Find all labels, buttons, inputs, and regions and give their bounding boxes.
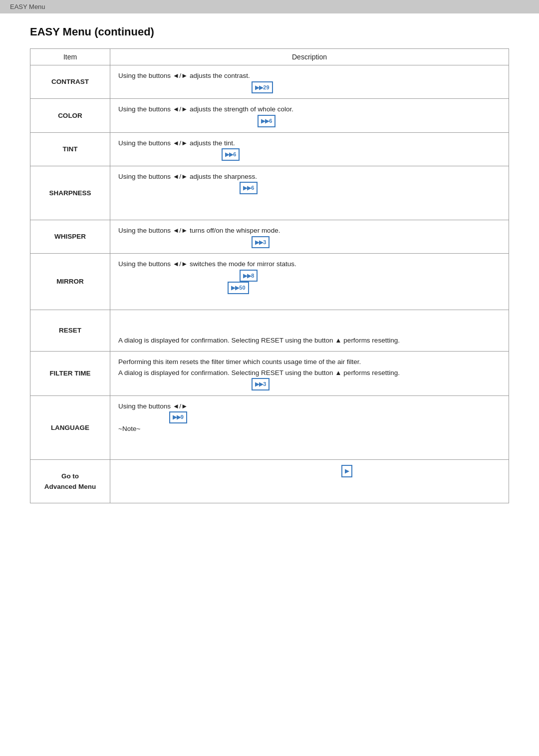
item-sharpness: SHARPNESS xyxy=(30,166,110,220)
page-ref-tint: ▶▶6 xyxy=(222,148,240,161)
desc-text: Using the buttons ◄/► switches the mode … xyxy=(118,259,501,270)
menu-table: Item Description CONTRAST Using the butt… xyxy=(30,48,509,503)
desc-sharpness: Using the buttons ◄/► adjusts the sharpn… xyxy=(110,166,509,220)
desc-mirror: Using the buttons ◄/► switches the mode … xyxy=(110,254,509,310)
item-tint: TINT xyxy=(30,132,110,166)
page-title: EASY Menu (continued) xyxy=(30,25,509,38)
jp-text-1: ▶▶6 xyxy=(118,182,501,194)
jp-text: ▶▶29 xyxy=(118,81,501,94)
col-desc-header: Description xyxy=(110,49,509,65)
desc-text: Using the buttons ◄/► adjusts the tint. xyxy=(118,138,501,149)
page-wrapper: EASY Menu EASY Menu (continued) Item Des… xyxy=(0,0,539,756)
desc-text: Using the buttons ◄/► adjusts the streng… xyxy=(118,104,501,115)
jp-text: ▶▶6 xyxy=(118,115,501,127)
jp-text xyxy=(118,434,501,455)
item-contrast: CONTRAST xyxy=(30,65,110,99)
desc-color: Using the buttons ◄/► adjusts the streng… xyxy=(110,99,509,132)
table-row: SHARPNESS Using the buttons ◄/► adjusts … xyxy=(30,166,509,220)
desc-text: Performing this item resets the filter t… xyxy=(118,357,501,378)
item-filter-time: FILTER TIME xyxy=(30,351,110,395)
jp-text: ▶▶6 xyxy=(118,148,501,161)
jp-text-1 xyxy=(118,315,501,336)
table-row: LANGUAGE Using the buttons ◄/► ▶▶9 ~Note… xyxy=(30,395,509,460)
item-reset: RESET xyxy=(30,310,110,351)
desc-filter-time: Performing this item resets the filter t… xyxy=(110,351,509,395)
item-color: COLOR xyxy=(30,99,110,132)
desc-reset: A dialog is displayed for confirmation. … xyxy=(110,310,509,351)
item-goto-advanced: Go toAdvanced Menu xyxy=(30,460,110,503)
table-row: Go toAdvanced Menu ▶ xyxy=(30,460,509,503)
desc-text: Using the buttons ◄/► adjusts the contra… xyxy=(118,70,501,81)
desc-text: A dialog is displayed for confirmation. … xyxy=(118,335,501,346)
table-row: TINT Using the buttons ◄/► adjusts the t… xyxy=(30,132,509,166)
note-text: ~Note~ xyxy=(118,423,501,434)
jp-text-1: ▶ xyxy=(118,465,501,477)
table-row: CONTRAST Using the buttons ◄/► adjusts t… xyxy=(30,65,509,99)
desc-language: Using the buttons ◄/► ▶▶9 ~Note~ xyxy=(110,395,509,460)
page-ref-contrast: ▶▶29 xyxy=(252,81,272,94)
main-content: EASY Menu (continued) Item Description C… xyxy=(0,13,539,547)
desc-whisper: Using the buttons ◄/► turns off/on the w… xyxy=(110,220,509,253)
table-row: FILTER TIME Performing this item resets … xyxy=(30,351,509,395)
jp-text-3 xyxy=(118,294,501,304)
table-header-row: Item Description xyxy=(30,49,509,65)
jp-text-1: ▶▶8 xyxy=(118,270,501,282)
jp-text-2: ▶▶50 xyxy=(118,282,501,294)
header-bar: EASY Menu xyxy=(0,0,539,13)
page-ref-color: ▶▶6 xyxy=(258,115,275,127)
jp-text: ▶▶3 xyxy=(118,236,501,249)
page-ref-mirror-2: ▶▶50 xyxy=(228,282,249,294)
play-icon-goto: ▶ xyxy=(341,465,352,477)
page-ref-language: ▶▶9 xyxy=(169,411,187,423)
page-ref-sharpness: ▶▶6 xyxy=(240,182,258,194)
play-badge-icon: ▶▶ xyxy=(255,83,263,92)
page-ref-filter: ▶▶3 xyxy=(252,378,270,390)
jp-text-2 xyxy=(118,477,501,487)
jp-text-2 xyxy=(118,194,501,215)
header-label: EASY Menu xyxy=(10,3,45,10)
col-item-header: Item xyxy=(30,49,110,65)
desc-text: Using the buttons ◄/► adjusts the sharpn… xyxy=(118,171,501,182)
item-whisper: WHISPER xyxy=(30,220,110,253)
footer-text xyxy=(30,518,509,527)
desc-text-1: Using the buttons ◄/► ▶▶9 xyxy=(118,401,501,423)
item-language: LANGUAGE xyxy=(30,395,110,460)
table-row: MIRROR Using the buttons ◄/► switches th… xyxy=(30,254,509,310)
jp-text-3 xyxy=(118,487,501,497)
table-row: RESET A dialog is displayed for confirma… xyxy=(30,310,509,351)
page-ref-whisper: ▶▶3 xyxy=(252,236,270,249)
jp-text: ▶▶3 xyxy=(118,378,501,390)
item-mirror: MIRROR xyxy=(30,254,110,310)
page-ref-mirror-1: ▶▶8 xyxy=(240,270,258,282)
desc-tint: Using the buttons ◄/► adjusts the tint. … xyxy=(110,132,509,166)
desc-contrast: Using the buttons ◄/► adjusts the contra… xyxy=(110,65,509,99)
desc-goto-advanced: ▶ xyxy=(110,460,509,503)
table-row: COLOR Using the buttons ◄/► adjusts the … xyxy=(30,99,509,132)
table-row: WHISPER Using the buttons ◄/► turns off/… xyxy=(30,220,509,253)
desc-text: Using the buttons ◄/► turns off/on the w… xyxy=(118,225,501,236)
